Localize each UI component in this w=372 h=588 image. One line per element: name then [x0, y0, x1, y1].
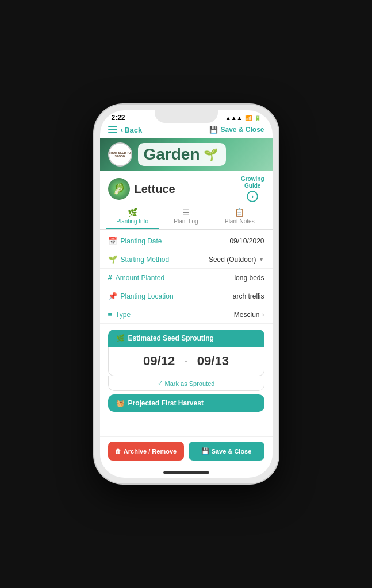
planting-date-row: 📅 Planting Date 09/10/2020 [100, 232, 273, 250]
back-button[interactable]: ‹ Back [121, 125, 143, 134]
planting-location-value: arch trellis [233, 292, 264, 300]
harvest-section: 🧺 Projected First Harvest [108, 394, 264, 412]
plant-avatar: 🥬 [108, 178, 130, 200]
app-logo: FROM SEED TO SPOON [108, 142, 132, 167]
location-icon: 📌 [108, 292, 117, 300]
archive-remove-button[interactable]: 🗑 Archive / Remove [108, 442, 184, 461]
seed-sprouting-header: 🌿 Estimated Seed Sprouting [108, 330, 264, 347]
sprouting-date-to: 09/13 [197, 354, 229, 369]
hash-icon: # [108, 273, 112, 282]
signal-icon: ▲▲▲ [225, 115, 243, 121]
starting-method-row[interactable]: 🌱 Starting Method Seed (Outdoor) ▼ [100, 250, 273, 269]
list-icon: ≡ [108, 310, 113, 319]
tab-plant-log[interactable]: ☰ Plant Log [159, 204, 213, 229]
home-bar [163, 471, 209, 474]
save-icon: 💾 [209, 126, 218, 134]
planting-location-row: 📌 Planting Location arch trellis [100, 287, 273, 305]
archive-icon: 🗑 [115, 448, 121, 455]
mark-sprouted-button[interactable]: ✓ Mark as Sprouted [108, 376, 264, 391]
tab-plant-notes[interactable]: 📋 Plant Notes [213, 204, 266, 229]
tab-planting-info-label: Planting Info [116, 218, 148, 225]
home-indicator [100, 467, 273, 478]
status-time: 2:22 [112, 114, 125, 122]
amount-planted-label: # Amount Planted [108, 273, 165, 282]
chevron-left-icon: ‹ [121, 125, 124, 134]
seed-icon: 🌱 [108, 255, 117, 264]
projected-harvest-label: Projected First Harvest [128, 399, 204, 407]
notch [155, 110, 218, 123]
type-label: ≡ Type [108, 310, 131, 319]
save-close-button[interactable]: 💾 Save & Close [189, 442, 264, 461]
app-title: Garden 🌱 [138, 143, 226, 166]
check-icon: ✓ [158, 380, 163, 387]
phone-screen: 2:22 ▲▲▲ 📶 🔋 ‹ Back 💾 [100, 110, 273, 478]
wifi-icon: 📶 [245, 115, 252, 121]
bottom-buttons: 🗑 Archive / Remove 💾 Save & Close [100, 436, 273, 467]
nav-bar: ‹ Back 💾 Save & Close [100, 123, 273, 138]
back-label: Back [124, 126, 142, 134]
sprouting-date-from: 09/12 [143, 354, 175, 369]
planting-location-label: 📌 Planting Location [108, 292, 174, 300]
harvest-header: 🧺 Projected First Harvest [108, 394, 264, 412]
growing-guide-button[interactable]: GrowingGuide › [241, 176, 264, 202]
tab-plant-log-label: Plant Log [174, 218, 198, 225]
plant-info-row: 🥬 Lettuce GrowingGuide › [100, 171, 273, 204]
content-area: 📅 Planting Date 09/10/2020 🌱 Starting Me… [100, 230, 273, 436]
planting-date-label: 📅 Planting Date [108, 237, 162, 245]
tabs-bar: 🌿 Planting Info ☰ Plant Log 📋 Plant Note… [100, 204, 273, 230]
hamburger-menu[interactable] [108, 126, 117, 133]
planting-date-value: 09/10/2020 [229, 237, 264, 245]
harvest-header-icon: 🧺 [116, 399, 125, 407]
battery-icon: 🔋 [254, 115, 261, 121]
save-btn-icon: 💾 [201, 447, 209, 455]
amount-planted-row: # Amount Planted long beds [100, 269, 273, 287]
nav-save-close-button[interactable]: 💾 Save & Close [209, 126, 264, 134]
status-icons: ▲▲▲ 📶 🔋 [225, 115, 261, 121]
mark-sprouted-label: Mark as Sprouted [165, 380, 215, 387]
plant-left: 🥬 Lettuce [108, 178, 175, 200]
type-row[interactable]: ≡ Type Mesclun › [100, 305, 273, 324]
save-btn-label: Save & Close [212, 448, 252, 455]
tab-planting-info[interactable]: 🌿 Planting Info [106, 204, 159, 229]
type-value: Mesclun › [234, 311, 264, 319]
chevron-right-icon: › [262, 311, 264, 319]
save-close-label: Save & Close [220, 126, 264, 134]
sprouting-separator: - [184, 355, 188, 368]
plant-notes-icon: 📋 [235, 208, 244, 217]
growing-guide-label: GrowingGuide [241, 176, 264, 189]
seed-sprouting-section: 🌿 Estimated Seed Sprouting 09/12 - 09/13… [108, 330, 264, 391]
phone-frame: 2:22 ▲▲▲ 📶 🔋 ‹ Back 💾 [94, 105, 278, 483]
seed-sprouting-label: Estimated Seed Sprouting [128, 334, 214, 342]
amount-planted-value: long beds [234, 274, 264, 282]
logo-text: FROM SEED TO SPOON [109, 151, 131, 158]
hero-banner: FROM SEED TO SPOON Garden 🌱 [100, 138, 273, 171]
tab-plant-notes-label: Plant Notes [225, 218, 255, 225]
plant-log-icon: ☰ [182, 208, 190, 217]
growing-guide-arrow-icon: › [247, 191, 258, 202]
garden-title-text: Garden [144, 145, 200, 164]
calendar-icon: 📅 [108, 237, 117, 245]
archive-label: Archive / Remove [124, 448, 177, 455]
starting-method-value: Seed (Outdoor) ▼ [209, 256, 264, 264]
sprouting-header-icon: 🌿 [116, 334, 125, 342]
planting-info-icon: 🌿 [128, 208, 137, 217]
sprouting-date-range: 09/12 - 09/13 [108, 347, 264, 376]
plant-name: Lettuce [135, 183, 175, 196]
nav-left: ‹ Back [108, 125, 143, 134]
plant-icon: 🌱 [204, 148, 218, 161]
starting-method-label: 🌱 Starting Method [108, 255, 170, 264]
dropdown-arrow-icon: ▼ [259, 256, 264, 262]
